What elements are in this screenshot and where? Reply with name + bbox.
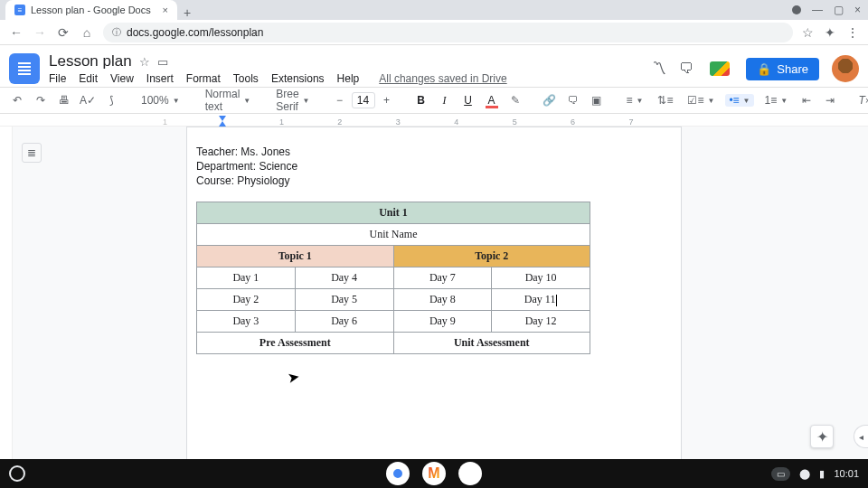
cell-day-5[interactable]: Day 5 bbox=[295, 289, 393, 311]
explore-button[interactable]: ✦ bbox=[810, 425, 834, 448]
incognito-or-profile-icon[interactable] bbox=[792, 5, 801, 14]
wifi-icon: ⬤ bbox=[799, 468, 810, 480]
clear-formatting-button[interactable]: T× bbox=[856, 90, 868, 110]
account-avatar[interactable] bbox=[832, 55, 859, 82]
comments-icon[interactable]: 🗨 bbox=[679, 61, 693, 77]
menu-format[interactable]: Format bbox=[186, 72, 221, 85]
lesson-plan-table[interactable]: Unit 1 Unit Name Topic 1 Topic 2 Day 1 D… bbox=[196, 202, 590, 354]
cell-day-6[interactable]: Day 6 bbox=[295, 311, 393, 333]
nav-back[interactable]: ← bbox=[9, 25, 24, 40]
redo-button[interactable]: ↷ bbox=[33, 90, 49, 110]
bookmark-star-icon[interactable]: ☆ bbox=[802, 25, 814, 40]
topic-2-header[interactable]: Topic 2 bbox=[393, 246, 590, 267]
menu-extensions[interactable]: Extensions bbox=[271, 72, 325, 85]
unit-name-cell[interactable]: Unit Name bbox=[197, 224, 590, 246]
phone-hub-icon[interactable]: ▭ bbox=[771, 467, 790, 481]
cell-day-11[interactable]: Day 11 bbox=[492, 289, 590, 311]
cell-day-8[interactable]: Day 8 bbox=[393, 289, 492, 311]
horizontal-ruler[interactable]: 1 1 2 3 4 5 6 7 bbox=[0, 114, 868, 127]
site-info-icon[interactable]: ⓘ bbox=[112, 26, 121, 39]
department-line[interactable]: Department: Science bbox=[196, 160, 672, 173]
window-maximize[interactable]: ▢ bbox=[834, 4, 844, 16]
font-size-input[interactable]: 14 bbox=[352, 92, 375, 108]
meet-icon bbox=[710, 61, 730, 76]
nav-home[interactable]: ⌂ bbox=[80, 25, 94, 40]
underline-button[interactable]: U bbox=[460, 90, 476, 110]
unit-heading-cell[interactable]: Unit 1 bbox=[197, 202, 590, 224]
insert-comment-button[interactable]: 🗨 bbox=[565, 90, 581, 110]
star-document-icon[interactable]: ☆ bbox=[139, 55, 150, 69]
chromeos-shelf: M ≡ ▭ ⬤ ▮ 10:01 bbox=[0, 459, 868, 488]
side-panel-toggle[interactable]: ◂ bbox=[854, 425, 868, 448]
numbered-list-dropdown[interactable]: 1≡▼ bbox=[761, 94, 792, 107]
line-spacing-dropdown[interactable]: ⇅≡ bbox=[654, 94, 676, 107]
undo-button[interactable]: ↶ bbox=[9, 90, 25, 110]
shelf-app-chrome[interactable] bbox=[386, 462, 410, 485]
cell-day-2[interactable]: Day 2 bbox=[197, 289, 296, 311]
zoom-dropdown[interactable]: 100%▼ bbox=[137, 94, 184, 107]
document-page[interactable]: Teacher: Ms. Jones Department: Science C… bbox=[186, 127, 682, 459]
vertical-ruler[interactable] bbox=[0, 127, 13, 459]
insert-image-button[interactable]: ▣ bbox=[589, 90, 605, 110]
chrome-menu-icon[interactable]: ⋮ bbox=[846, 25, 859, 40]
cell-day-9[interactable]: Day 9 bbox=[393, 311, 492, 333]
cell-day-4[interactable]: Day 4 bbox=[295, 267, 393, 289]
launcher-button[interactable] bbox=[9, 465, 25, 482]
align-dropdown[interactable]: ≡▼ bbox=[623, 94, 647, 107]
window-controls: — ▢ × bbox=[792, 0, 868, 20]
indent-increase-button[interactable]: ⇥ bbox=[822, 90, 838, 110]
highlight-button[interactable]: ✎ bbox=[507, 90, 524, 110]
menu-help[interactable]: Help bbox=[337, 72, 360, 85]
course-line[interactable]: Course: Physiology bbox=[196, 174, 672, 187]
paragraph-style-dropdown[interactable]: Normal text▼ bbox=[202, 88, 255, 113]
italic-button[interactable]: I bbox=[437, 90, 453, 110]
checklist-dropdown[interactable]: ☑≡▼ bbox=[684, 94, 718, 107]
cell-day-1[interactable]: Day 1 bbox=[197, 267, 296, 289]
insert-link-button[interactable]: 🔗 bbox=[542, 90, 558, 110]
outline-toggle-button[interactable]: ≣ bbox=[22, 143, 42, 163]
docs-logo-icon[interactable] bbox=[9, 53, 40, 84]
menu-edit[interactable]: Edit bbox=[79, 72, 98, 85]
extensions-icon[interactable]: ✦ bbox=[825, 25, 835, 40]
font-size-increase[interactable]: + bbox=[379, 90, 395, 110]
print-button[interactable]: 🖶 bbox=[56, 90, 72, 110]
tab-close-icon[interactable]: × bbox=[163, 5, 168, 15]
spellcheck-button[interactable]: A✓ bbox=[80, 90, 96, 110]
share-label: Share bbox=[777, 62, 808, 76]
shelf-app-gmail[interactable]: M bbox=[422, 462, 446, 485]
meet-button[interactable] bbox=[706, 58, 733, 80]
topic-1-header[interactable]: Topic 1 bbox=[197, 246, 394, 267]
save-status[interactable]: All changes saved in Drive bbox=[379, 72, 506, 85]
cell-day-10[interactable]: Day 10 bbox=[492, 267, 590, 289]
font-size-decrease[interactable]: − bbox=[332, 90, 348, 110]
bold-button[interactable]: B bbox=[413, 90, 429, 110]
cell-day-7[interactable]: Day 7 bbox=[393, 267, 492, 289]
address-bar[interactable]: ⓘ docs.google.com/lessonplan bbox=[103, 23, 793, 42]
window-minimize[interactable]: — bbox=[812, 4, 823, 16]
document-canvas[interactable]: ≣ Teacher: Ms. Jones Department: Science… bbox=[0, 127, 868, 459]
cell-day-12[interactable]: Day 12 bbox=[492, 311, 590, 333]
menu-tools[interactable]: Tools bbox=[233, 72, 259, 85]
nav-reload[interactable]: ⟳ bbox=[56, 25, 71, 40]
browser-tab-active[interactable]: ≡ Lesson plan - Google Docs × bbox=[5, 0, 177, 20]
status-tray[interactable]: ▭ ⬤ ▮ 10:01 bbox=[771, 467, 859, 481]
font-family-dropdown[interactable]: Bree Serif▼ bbox=[272, 88, 313, 113]
menu-insert[interactable]: Insert bbox=[146, 72, 174, 85]
bulleted-list-dropdown[interactable]: •≡▼ bbox=[725, 94, 753, 107]
indent-decrease-button[interactable]: ⇤ bbox=[798, 90, 815, 110]
unit-assessment-cell[interactable]: Unit Assessment bbox=[393, 333, 590, 354]
teacher-line[interactable]: Teacher: Ms. Jones bbox=[196, 145, 672, 158]
share-button[interactable]: 🔒 Share bbox=[746, 58, 819, 80]
shelf-app-docs[interactable]: ≡ bbox=[458, 462, 482, 485]
cell-day-3[interactable]: Day 3 bbox=[197, 311, 296, 333]
document-title[interactable]: Lesson plan bbox=[49, 52, 132, 70]
menu-file[interactable]: File bbox=[49, 72, 66, 85]
move-document-icon[interactable]: ▭ bbox=[157, 55, 168, 69]
pre-assessment-cell[interactable]: Pre Assessment bbox=[197, 333, 394, 354]
activity-icon[interactable]: 〽 bbox=[652, 61, 666, 77]
window-close[interactable]: × bbox=[854, 4, 861, 16]
new-tab-button[interactable]: + bbox=[177, 5, 197, 20]
text-color-button[interactable]: A bbox=[484, 90, 500, 110]
paint-format-button[interactable]: ⟆ bbox=[103, 90, 119, 110]
menu-view[interactable]: View bbox=[110, 72, 134, 85]
